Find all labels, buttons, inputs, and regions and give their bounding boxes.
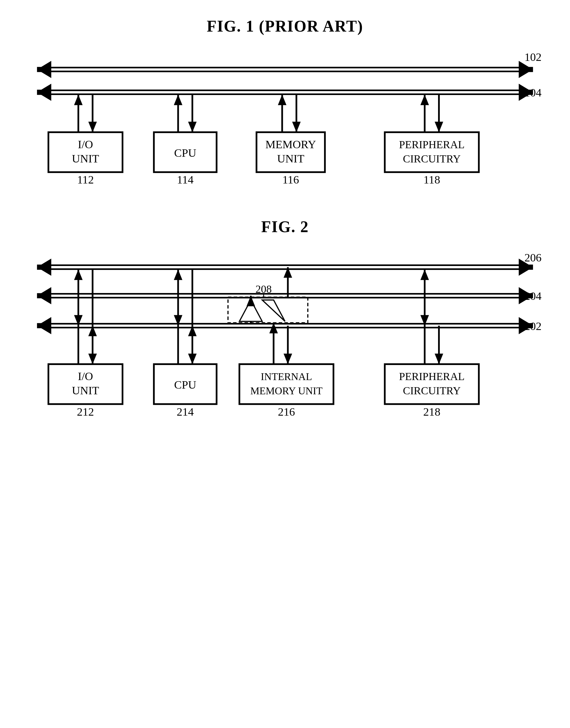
svg-marker-15	[88, 122, 97, 132]
svg-marker-61	[174, 269, 182, 280]
svg-marker-33	[37, 258, 51, 276]
peripheral-1-label: PERIPHERAL	[399, 139, 465, 151]
svg-rect-82	[385, 364, 479, 404]
svg-marker-75	[283, 354, 292, 364]
svg-marker-80	[435, 354, 443, 364]
cpu-1-ref: 114	[177, 173, 194, 186]
cpu-2-ref: 214	[177, 405, 194, 418]
svg-marker-18	[174, 95, 182, 105]
bus204-label: 204	[525, 290, 542, 303]
svg-marker-1	[37, 61, 51, 78]
svg-marker-20	[188, 122, 197, 132]
cpu-2-label: CPU	[174, 379, 197, 391]
svg-marker-78	[420, 269, 429, 280]
svg-marker-13	[74, 95, 83, 105]
svg-marker-63	[188, 354, 197, 364]
fig2-title: FIG. 2	[23, 218, 547, 236]
svg-marker-54	[74, 269, 83, 280]
io-unit-2-label: I/O	[78, 370, 93, 383]
fig1-svg: 102 104 I/O UNIT 112	[23, 52, 547, 189]
bus104-label: 104	[525, 86, 542, 99]
tristate-label: 208	[256, 283, 272, 295]
memory-unit-1-ref: 116	[282, 173, 299, 186]
io-unit-2-ref: 212	[77, 405, 94, 418]
peripheral-2-label: PERIPHERAL	[399, 371, 465, 383]
peripheral-1-ref: 118	[423, 173, 441, 186]
fig2-svg: 206 204 202 208	[23, 253, 547, 452]
svg-marker-28	[420, 95, 429, 105]
peripheral-2-ref: 218	[423, 405, 441, 418]
internal-memory-2-label: INTERNAL	[261, 371, 312, 383]
svg-marker-51	[262, 300, 285, 322]
bus206-label: 206	[525, 253, 542, 264]
svg-marker-39	[37, 287, 51, 305]
memory-unit-1-label: MEMORY	[265, 138, 316, 151]
bus102-label: 102	[525, 52, 542, 63]
svg-marker-45	[37, 317, 51, 334]
bus202-label: 202	[525, 320, 542, 333]
peripheral-1-label2: CIRCUITRY	[403, 153, 461, 165]
io-unit-1-label2: UNIT	[72, 152, 99, 165]
io-unit-2-label2: UNIT	[72, 384, 99, 397]
page: FIG. 1 (PRIOR ART) 102 104	[0, 0, 570, 498]
svg-rect-76	[239, 364, 333, 404]
svg-marker-25	[292, 122, 301, 132]
svg-marker-56	[88, 354, 97, 364]
peripheral-2-label2: CIRCUITRY	[403, 385, 461, 397]
svg-marker-2	[519, 61, 533, 78]
internal-memory-2-label2: MEMORY UNIT	[250, 385, 322, 397]
io-unit-1-label: I/O	[78, 138, 93, 151]
svg-marker-23	[278, 95, 286, 105]
fig1-diagram: 102 104 I/O UNIT 112	[23, 52, 547, 189]
svg-marker-7	[37, 83, 51, 101]
cpu-1-label: CPU	[174, 147, 197, 159]
fig2-diagram: 206 204 202 208	[23, 253, 547, 452]
svg-marker-30	[435, 122, 443, 132]
internal-memory-2-ref: 216	[278, 405, 295, 418]
fig1-title: FIG. 1 (PRIOR ART)	[23, 17, 547, 35]
svg-rect-31	[385, 132, 479, 172]
io-unit-1-ref: 112	[77, 173, 94, 186]
memory-unit-1-label2: UNIT	[277, 152, 304, 165]
